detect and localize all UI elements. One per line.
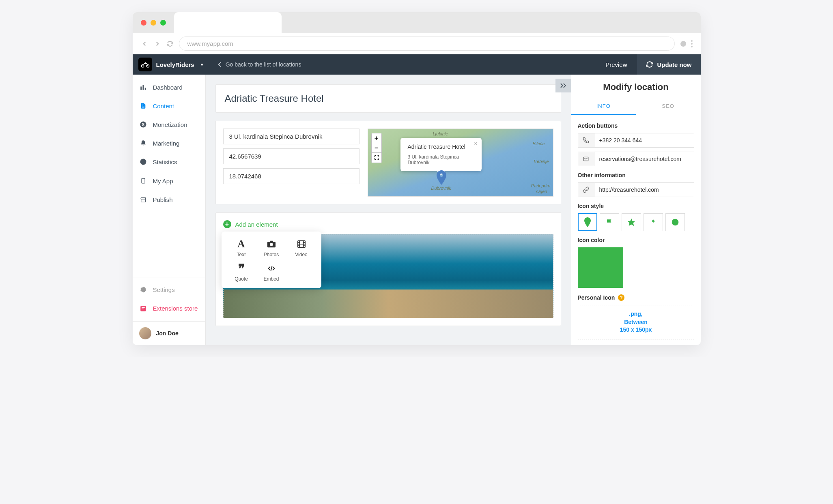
map[interactable]: + − ⛶ Ljubinje Bileća Trebinje Dubrovnik… [368, 129, 553, 197]
tab-bar [133, 12, 701, 33]
tab-info[interactable]: INFO [571, 98, 636, 115]
icon-style-flag[interactable] [600, 213, 619, 231]
document-icon [139, 102, 147, 109]
dollar-icon: $ [139, 121, 147, 128]
sidebar-item-marketing[interactable]: Marketing [133, 134, 205, 152]
icon-style-circle[interactable] [665, 213, 685, 231]
smartphone-icon [139, 177, 147, 185]
map-place-label: Orjen [536, 189, 547, 194]
address-card: + − ⛶ Ljubinje Bileća Trebinje Dubrovnik… [215, 121, 561, 204]
preview-button[interactable]: Preview [596, 61, 637, 68]
sidebar-item-myapp[interactable]: My App [133, 171, 205, 191]
map-popup: × Adriatic Treasure Hotel 3 Ul. kardinal… [400, 138, 482, 171]
map-controls: + − ⛶ [371, 133, 382, 163]
svg-text:$: $ [142, 122, 144, 127]
sidebar-item-publish[interactable]: Publish [133, 191, 205, 209]
svg-point-13 [270, 243, 273, 246]
brand-selector[interactable]: LovelyRiders ▼ [133, 58, 210, 71]
update-now-label: Update now [657, 61, 692, 68]
pie-chart-icon [139, 158, 147, 165]
add-element-button[interactable]: + Add an element [223, 220, 553, 228]
text-icon: A [237, 238, 245, 250]
close-icon[interactable]: × [474, 140, 477, 147]
browser-chrome: www.myapp.com [133, 12, 701, 54]
sidebar-item-content[interactable]: Content [133, 97, 205, 115]
app-body: Dashboard Content $ Monetization Marketi… [133, 75, 701, 345]
go-back-label: Go back to the list of locations [226, 61, 301, 68]
extensions-icon [139, 305, 147, 312]
store-icon [139, 197, 147, 203]
icon-style-star[interactable] [622, 213, 641, 231]
forward-button[interactable] [154, 40, 161, 47]
icon-color-label: Icon color [578, 237, 694, 243]
email-input[interactable] [594, 152, 694, 166]
reload-button[interactable] [167, 41, 173, 47]
fullscreen-button[interactable]: ⛶ [372, 153, 381, 163]
collapse-panel-button[interactable] [555, 79, 571, 92]
right-panel: Modify location INFO SEO Action buttons … [571, 75, 701, 345]
brand-name: LovelyRiders [156, 61, 194, 68]
picker-quote[interactable]: ❞ Quote [228, 262, 255, 282]
user-name: Jon Doe [156, 330, 179, 337]
sidebar-item-label: Statistics [153, 159, 177, 165]
bell-icon [139, 139, 147, 147]
sidebar-item-statistics[interactable]: Statistics [133, 152, 205, 171]
upload-drop-zone[interactable]: .png, Between 150 x 150px [578, 305, 694, 339]
elements-card: + Add an element A Text Photos Video [215, 212, 561, 326]
user-menu[interactable]: Jon Doe [133, 321, 205, 345]
svg-point-25 [672, 219, 678, 226]
maximize-window-button[interactable] [160, 20, 166, 26]
browser-tab[interactable] [174, 12, 282, 33]
quote-icon: ❞ [238, 262, 245, 275]
sidebar-item-label: Publish [153, 196, 173, 203]
zoom-in-button[interactable]: + [372, 133, 381, 143]
icon-style-pin[interactable] [578, 213, 597, 231]
url-input[interactable] [594, 182, 694, 197]
close-window-button[interactable] [141, 20, 146, 26]
profile-icon[interactable] [680, 41, 686, 47]
minimize-window-button[interactable] [151, 20, 156, 26]
back-button[interactable] [141, 40, 148, 47]
go-back-link[interactable]: Go back to the list of locations [210, 61, 310, 68]
picker-photos[interactable]: Photos [258, 238, 285, 257]
color-swatch[interactable] [578, 247, 623, 288]
icon-style-pushpin[interactable] [644, 213, 663, 231]
phone-icon [578, 133, 594, 148]
address-input[interactable] [223, 129, 359, 144]
longitude-input[interactable] [223, 168, 359, 184]
chevron-left-icon [218, 61, 222, 68]
sidebar-item-monetization[interactable]: $ Monetization [133, 115, 205, 134]
sidebar-item-dashboard[interactable]: Dashboard [133, 78, 205, 97]
update-now-button[interactable]: Update now [637, 54, 701, 75]
help-icon[interactable]: ? [618, 294, 624, 301]
action-buttons-label: Action buttons [578, 122, 694, 129]
map-place-label: Bileća [533, 141, 545, 146]
picker-embed[interactable]: Embed [258, 262, 285, 282]
sidebar-item-label: My App [153, 178, 173, 184]
browser-right-controls [680, 40, 693, 47]
map-popup-title: Adriatic Treasure Hotel [408, 144, 474, 150]
browser-menu-icon[interactable] [691, 40, 693, 47]
url-bar[interactable]: www.myapp.com [179, 36, 675, 51]
plus-icon: + [223, 220, 231, 228]
app-header: LovelyRiders ▼ Go back to the list of lo… [133, 54, 701, 75]
map-popup-address: 3 Ul. kardinala Stepinca Dubrovnik [408, 154, 474, 165]
sidebar-item-settings[interactable]: Settings [133, 281, 205, 299]
map-place-label: Trebinje [533, 159, 549, 164]
zoom-out-button[interactable]: − [372, 143, 381, 153]
link-icon [578, 182, 594, 197]
latitude-input[interactable] [223, 148, 359, 164]
svg-rect-7 [141, 178, 144, 183]
other-info-label: Other information [578, 172, 694, 178]
email-icon [578, 152, 594, 166]
picker-video[interactable]: Video [288, 238, 315, 257]
sidebar-item-extensions[interactable]: Extensions store [133, 299, 205, 318]
avatar [139, 327, 151, 339]
map-place-label: Ljubinje [433, 131, 448, 136]
picker-text[interactable]: A Text [228, 238, 255, 257]
tab-seo[interactable]: SEO [636, 98, 701, 115]
gear-icon [139, 286, 147, 294]
sidebar-item-label: Settings [153, 286, 175, 293]
phone-input[interactable] [594, 133, 694, 148]
svg-rect-11 [142, 307, 145, 308]
